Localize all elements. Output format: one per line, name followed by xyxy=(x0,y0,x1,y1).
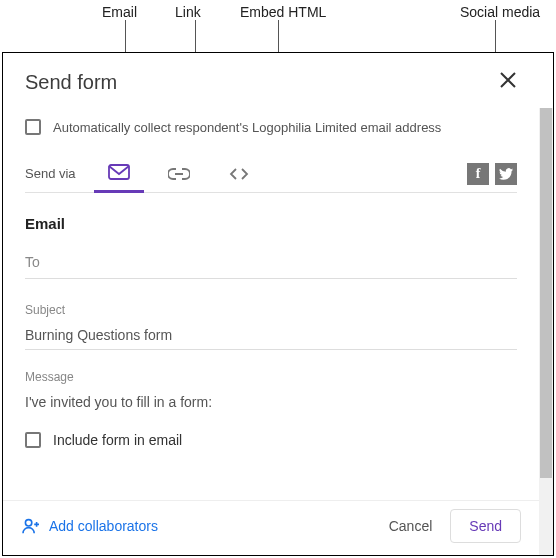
send-via-label: Send via xyxy=(25,166,76,181)
facebook-icon: f xyxy=(476,166,481,182)
subject-label: Subject xyxy=(25,303,517,317)
add-collaborators-icon xyxy=(21,518,41,534)
close-icon xyxy=(499,71,517,89)
tab-embed[interactable] xyxy=(214,155,264,193)
embed-icon xyxy=(228,166,250,182)
twitter-button[interactable] xyxy=(495,163,517,185)
subject-input[interactable]: Burning Questions form xyxy=(25,323,517,350)
auto-collect-label: Automatically collect respondent's Logop… xyxy=(53,120,441,135)
link-icon xyxy=(168,166,190,182)
close-button[interactable] xyxy=(499,69,517,95)
twitter-icon xyxy=(499,168,513,180)
send-button[interactable]: Send xyxy=(450,509,521,543)
message-label: Message xyxy=(25,370,517,384)
tab-email[interactable] xyxy=(94,155,144,193)
annotation-embed: Embed HTML xyxy=(240,4,326,20)
add-collaborators-button[interactable]: Add collaborators xyxy=(21,518,158,534)
facebook-button[interactable]: f xyxy=(467,163,489,185)
send-form-dialog: Send form Automatically collect responde… xyxy=(2,52,554,556)
annotation-social: Social media xyxy=(460,4,540,20)
cancel-button[interactable]: Cancel xyxy=(371,510,451,542)
tab-link[interactable] xyxy=(154,155,204,193)
add-collaborators-label: Add collaborators xyxy=(49,518,158,534)
svg-point-1 xyxy=(25,520,31,526)
email-section-title: Email xyxy=(25,215,517,232)
dialog-title: Send form xyxy=(25,71,117,94)
auto-collect-checkbox[interactable] xyxy=(25,119,41,135)
to-field[interactable]: To xyxy=(25,254,517,279)
annotation-link: Link xyxy=(175,4,201,20)
include-form-checkbox[interactable] xyxy=(25,432,41,448)
include-form-label: Include form in email xyxy=(53,432,182,448)
annotation-email: Email xyxy=(102,4,137,20)
scrollbar[interactable] xyxy=(539,108,553,555)
message-input[interactable]: I've invited you to fill in a form: xyxy=(25,390,517,416)
svg-rect-0 xyxy=(109,165,129,179)
email-icon xyxy=(108,164,130,180)
